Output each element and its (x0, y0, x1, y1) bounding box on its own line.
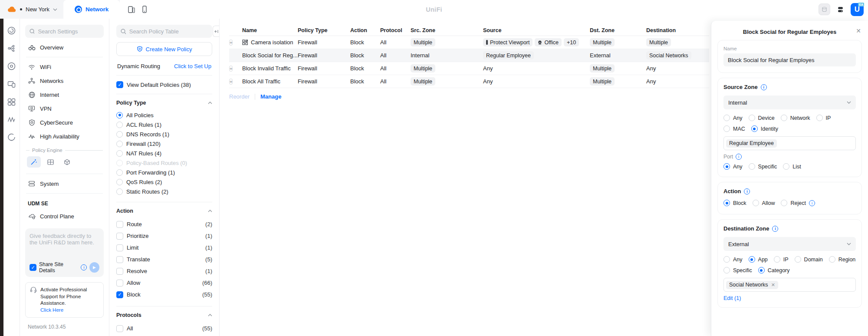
sidebar-item-control-plane[interactable]: Control Plane (25, 209, 104, 223)
source-type-network[interactable]: Network (781, 115, 810, 121)
info-icon[interactable]: i (736, 154, 742, 160)
policy-search-input[interactable] (129, 28, 208, 35)
sidebar-item-networks[interactable]: Networks (25, 74, 104, 88)
feedback-textarea[interactable] (30, 233, 99, 261)
expand-row-button[interactable]: + (229, 66, 233, 72)
settings-search-input[interactable] (38, 28, 99, 35)
reorder-link[interactable]: Reorder (229, 93, 250, 100)
policy-type-option[interactable]: DNS Records (1) (116, 129, 212, 139)
support-click-here-link[interactable]: Click Here (40, 307, 99, 314)
action-filter-resolve[interactable]: Resolve(1) (116, 265, 212, 277)
collapse-panel-handle[interactable] (213, 26, 219, 37)
site-selector[interactable]: New York (0, 0, 63, 19)
sidebar-item-internet[interactable]: Internet (25, 88, 104, 102)
action-filter-prioritize[interactable]: Prioritize(1) (116, 230, 212, 242)
clients-icon[interactable] (7, 79, 16, 88)
send-feedback-button[interactable] (89, 262, 99, 273)
dest-type-ip[interactable]: IP (774, 256, 789, 263)
manage-link[interactable]: Manage (260, 93, 281, 100)
insights-icon[interactable] (7, 115, 16, 124)
view-default-checkbox[interactable]: ✓ (116, 81, 123, 88)
dynamic-routing-setup-link[interactable]: Click to Set Up (174, 63, 211, 69)
source-zone-dropdown[interactable]: Internal (723, 96, 856, 109)
policy-name-input[interactable] (723, 53, 856, 66)
source-type-ip[interactable]: IP (816, 115, 831, 121)
info-icon[interactable]: i (809, 200, 815, 206)
action-allow[interactable]: Allow (753, 200, 775, 206)
policy-engine-wizard-button[interactable] (27, 156, 41, 168)
sidebar-item-system[interactable]: System (25, 177, 104, 191)
info-icon[interactable]: i (761, 84, 767, 90)
edit-categories-link[interactable]: Edit (1) (723, 295, 856, 301)
policy-search[interactable] (116, 25, 212, 38)
dest-type-domain[interactable]: Domain (795, 256, 823, 263)
info-icon[interactable]: i (772, 226, 778, 232)
action-filter-allow[interactable]: Allow(66) (116, 277, 212, 289)
sidebar-item-wifi[interactable]: WiFi (25, 60, 104, 74)
policy-type-option[interactable]: NAT Rules (4) (116, 148, 212, 158)
view-default-policies-checkbox-row[interactable]: ✓ View Default Policies (38) (116, 81, 212, 88)
console-shortcut-button[interactable] (835, 3, 846, 15)
action-filter-translate[interactable]: Translate(5) (116, 254, 212, 265)
protocol-filter-all[interactable]: All(55) (116, 323, 212, 334)
settings-search[interactable] (25, 25, 104, 38)
category-input[interactable]: Social Networks✕ (723, 278, 856, 292)
policy-type-option[interactable]: Firewall (120) (116, 139, 212, 148)
protocols-section-header[interactable]: Protocols (116, 312, 212, 318)
sidebar-item-cybersecure[interactable]: CyberSecure (25, 115, 104, 129)
action-filter-route[interactable]: Route(2) (116, 218, 212, 230)
table-row[interactable]: + Camera isolation Firewall Block All Mu… (229, 36, 709, 49)
console-device-icon[interactable] (128, 6, 135, 13)
sidebar-item-vpn[interactable]: VPN (25, 102, 104, 115)
expand-row-button[interactable]: + (229, 79, 233, 85)
source-type-identity[interactable]: Identity (751, 125, 778, 132)
policy-type-option[interactable]: QoS Rules (2) (116, 177, 212, 187)
share-site-checkbox[interactable]: ✓ (30, 264, 36, 271)
action-filter-block[interactable]: ✓Block(55) (116, 289, 212, 300)
action-reject[interactable]: Rejecti (781, 200, 815, 206)
destination-zone-dropdown[interactable]: External (723, 237, 856, 251)
remove-tag-icon[interactable]: ✕ (771, 282, 775, 288)
source-type-any[interactable]: Any (723, 115, 743, 121)
source-type-mac[interactable]: MAC (723, 125, 745, 132)
unifi-account-button[interactable]: UEA (851, 3, 864, 16)
identity-input[interactable]: Regular Employee (723, 136, 856, 150)
close-icon[interactable]: ✕ (856, 27, 861, 34)
dest-type-app[interactable]: App (749, 256, 768, 263)
devices-icon[interactable] (7, 62, 16, 70)
dest-mode-specific[interactable]: Specific (723, 267, 752, 273)
action-block[interactable]: Block (723, 200, 746, 206)
policy-type-option[interactable]: Static Routes (2) (116, 187, 212, 196)
notifications-icon[interactable] (7, 133, 16, 142)
create-new-policy-button[interactable]: Create New Policy (116, 42, 212, 56)
info-icon[interactable]: i (81, 264, 87, 270)
policy-type-option[interactable]: ACL Rules (1) (116, 120, 212, 129)
mobile-device-icon[interactable] (142, 6, 147, 13)
dest-type-region[interactable]: Region (829, 256, 856, 263)
action-section-header[interactable]: Action (116, 208, 212, 214)
port-specific[interactable]: Specific (749, 163, 777, 170)
storage-button[interactable] (819, 3, 830, 15)
users-icon[interactable] (7, 97, 16, 106)
dest-mode-category[interactable]: Category (758, 267, 790, 273)
expand-row-button[interactable]: + (229, 40, 233, 46)
port-list[interactable]: List (783, 163, 801, 170)
action-filter-limit[interactable]: Limit(1) (116, 242, 212, 254)
port-any[interactable]: Any (723, 163, 743, 170)
source-type-device[interactable]: Device (749, 115, 775, 121)
table-row[interactable]: + Block All Traffic Firewall Block All M… (229, 75, 709, 88)
policy-type-section-header[interactable]: Policy Type (116, 100, 212, 106)
policy-engine-objects-button[interactable] (60, 156, 74, 168)
table-row[interactable]: + Block Invalid Traffic Firewall Block A… (229, 62, 709, 75)
info-icon[interactable]: i (744, 188, 750, 194)
sidebar-item-overview[interactable]: Overview (25, 40, 104, 54)
topology-icon[interactable] (7, 44, 16, 53)
policy-engine-table-button[interactable] (43, 156, 57, 168)
dest-type-any[interactable]: Any (723, 256, 743, 263)
policy-type-option[interactable]: Port Forwarding (1) (116, 168, 212, 177)
table-row-selected[interactable]: Block Social for Reg... Firewall Block A… (229, 49, 709, 62)
sidebar-item-high-availability[interactable]: High Availability (25, 129, 104, 143)
policy-type-option[interactable]: All Policies (116, 110, 212, 120)
dashboard-icon[interactable] (7, 26, 16, 35)
tab-network[interactable]: Network (63, 0, 120, 19)
